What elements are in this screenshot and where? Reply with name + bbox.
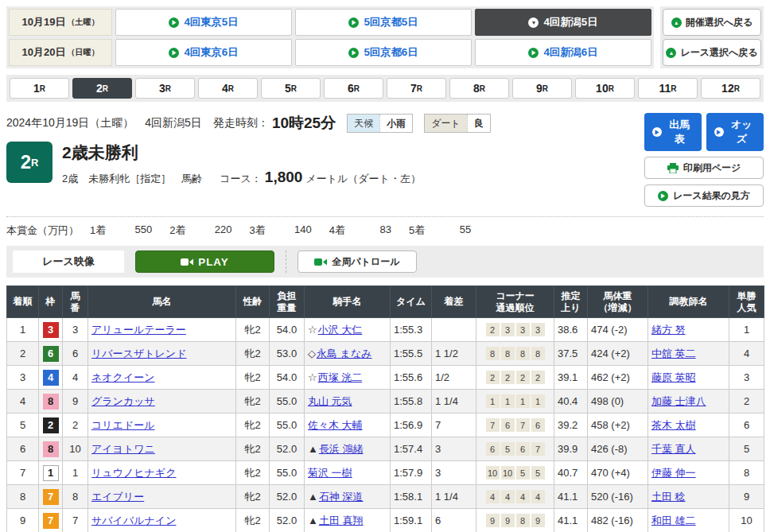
corner-position: 7 — [516, 418, 530, 432]
race-tab-8r[interactable]: 8R — [449, 78, 509, 99]
corner-position: 2 — [516, 371, 530, 384]
patrol-video-button[interactable]: 全周パトロール — [298, 250, 417, 273]
race-tab-1r[interactable]: 1R — [10, 78, 69, 99]
race-action-buttons: 出馬表 オッズ 印刷用ページ レース結果の見方 — [644, 113, 764, 207]
meeting-button[interactable]: 4回新潟5日 — [475, 9, 651, 36]
corner-position: 10 — [486, 466, 500, 480]
carried-weight: 55.0 — [270, 390, 305, 414]
meeting-button[interactable]: 4回新潟6日 — [475, 39, 651, 66]
horse-name-link[interactable]: グランカッサ — [91, 395, 155, 407]
trainer-name-link[interactable]: 伊藤 伸一 — [651, 467, 696, 479]
jockey-name-link[interactable]: 小沢 大仁 — [318, 324, 363, 336]
horse-name-cell: グランカッサ — [88, 390, 236, 414]
jockey-cell: 佐々木 大輔 — [305, 414, 391, 437]
race-tab-9r[interactable]: 9R — [512, 78, 572, 99]
finish-time: 1:55.5 — [391, 342, 432, 366]
carried-weight: 52.0 — [270, 485, 305, 509]
odds-label: オッズ — [728, 118, 756, 146]
corner-positions: 1111 — [476, 390, 554, 414]
waku-number: 2 — [43, 417, 59, 433]
play-video-button[interactable]: PLAY — [135, 250, 274, 273]
sex-age: 牝2 — [236, 485, 270, 509]
odds-button[interactable]: オッズ — [706, 113, 764, 151]
table-row: 266リバースザトレンド牝253.0◇永島 まなみ1:55.51 1/28888… — [7, 342, 764, 366]
trainer-name-link[interactable]: 緒方 努 — [651, 324, 686, 336]
back-button[interactable]: レース選択へ戻る — [663, 39, 761, 66]
horse-name-link[interactable]: リバースザトレンド — [91, 348, 186, 359]
race-tab-10r[interactable]: 10R — [575, 78, 635, 99]
jockey-name-link[interactable]: 長浜 鴻緒 — [319, 443, 364, 455]
win-favorite-rank: 3 — [729, 366, 764, 390]
track-label: ダート — [425, 115, 467, 132]
race-tab-11r[interactable]: 11R — [638, 78, 698, 99]
finish-time: 1:57.4 — [391, 437, 432, 461]
meeting-button[interactable]: 4回東京6日 — [115, 39, 292, 66]
race-meeting: 4回新潟5日 — [145, 116, 202, 130]
day-row: 10月20日（日曜）4回東京6日5回京都6日4回新潟6日 — [9, 39, 651, 66]
jockey-apprentice-mark: ☆ — [308, 371, 317, 383]
trainer-name-link[interactable]: 土田 稔 — [651, 491, 686, 503]
horse-number: 2 — [63, 414, 88, 437]
entry-table-button[interactable]: 出馬表 — [644, 113, 702, 151]
arrow-up-circle-icon — [671, 17, 682, 28]
weather-value: 小雨 — [379, 115, 412, 132]
jockey-name-link[interactable]: 佐々木 大輔 — [308, 419, 363, 431]
print-page-button[interactable]: 印刷用ページ — [644, 157, 764, 179]
sex-age: 牝2 — [236, 390, 270, 414]
corner-position: 8 — [531, 347, 545, 360]
results-guide-button[interactable]: レース結果の見方 — [644, 184, 764, 207]
win-favorite-rank: 10 — [729, 509, 764, 532]
last-3f-time: 40.4 — [554, 390, 588, 414]
horse-name-link[interactable]: コリエドール — [91, 419, 155, 431]
sex-age: 牝2 — [236, 342, 270, 366]
trainer-name-link[interactable]: 千葉 直人 — [651, 443, 696, 455]
carried-weight: 52.0 — [270, 437, 305, 461]
jockey-name-link[interactable]: 石神 深道 — [319, 491, 364, 503]
horse-name-link[interactable]: リュウノヒナギク — [91, 467, 176, 479]
day-of-week: （日曜） — [67, 47, 99, 58]
jockey-name-link[interactable]: 丸山 元気 — [308, 395, 352, 407]
back-button[interactable]: 開催選択へ戻る — [663, 9, 761, 36]
carried-weight: 54.0 — [270, 318, 305, 342]
trainer-name-link[interactable]: 中舘 英二 — [651, 348, 696, 359]
column-header: 騎手名 — [305, 286, 391, 318]
race-tab-6r[interactable]: 6R — [324, 78, 383, 99]
jockey-name-link[interactable]: 土田 真翔 — [319, 515, 364, 526]
race-tab-3r[interactable]: 3R — [135, 78, 195, 99]
table-row: 344ネオクイーン牝254.0☆西塚 洸二1:55.61/2222239.146… — [7, 366, 764, 390]
trainer-name-link[interactable]: 茶木 太樹 — [651, 419, 696, 431]
horse-name-link[interactable]: エイブリー — [91, 491, 144, 503]
prize-item: 5着55 — [409, 223, 488, 238]
last-3f-time: 39.2 — [554, 414, 588, 437]
meeting-button[interactable]: 5回京都6日 — [295, 39, 472, 66]
sex-age: 牝2 — [236, 414, 270, 437]
sex-age: 牝2 — [236, 437, 270, 461]
race-title: 2歳未勝利 — [62, 142, 421, 164]
race-tab-suffix: R — [671, 84, 676, 93]
corner-position: 4 — [486, 490, 500, 503]
trainer-name-link[interactable]: 和田 雄二 — [651, 515, 696, 526]
race-tab-5r[interactable]: 5R — [261, 78, 321, 99]
horse-name-link[interactable]: サバイバルナイン — [91, 515, 176, 526]
trainer-name-link[interactable]: 加藤 士津八 — [651, 395, 706, 407]
jockey-name-link[interactable]: 西塚 洸二 — [318, 371, 363, 383]
horse-name-link[interactable]: ネオクイーン — [91, 371, 155, 383]
horse-name-cell: コリエドール — [88, 414, 236, 437]
race-tab-7r[interactable]: 7R — [387, 78, 446, 99]
corner-position: 5 — [516, 466, 530, 480]
race-tab-4r[interactable]: 4R — [198, 78, 258, 99]
meeting-button[interactable]: 4回東京5日 — [115, 9, 292, 36]
trainer-name-link[interactable]: 藤原 英昭 — [651, 371, 696, 383]
jockey-name-link[interactable]: 永島 まなみ — [317, 348, 372, 359]
horse-number: 1 — [63, 461, 88, 485]
jockey-name-link[interactable]: 菊沢 一樹 — [308, 467, 352, 479]
race-tab-12r[interactable]: 12R — [701, 78, 760, 99]
margin: 1 1/4 — [432, 390, 476, 414]
horse-name-link[interactable]: アリュールテーラー — [91, 324, 186, 336]
corner-position: 4 — [501, 490, 515, 503]
horse-name-link[interactable]: アイヨトワニ — [91, 443, 155, 455]
meeting-button[interactable]: 5回京都5日 — [295, 9, 472, 36]
race-tab-2r[interactable]: 2R — [72, 78, 132, 99]
corner-position: 9 — [531, 514, 545, 527]
corner-position: 2 — [531, 371, 545, 384]
